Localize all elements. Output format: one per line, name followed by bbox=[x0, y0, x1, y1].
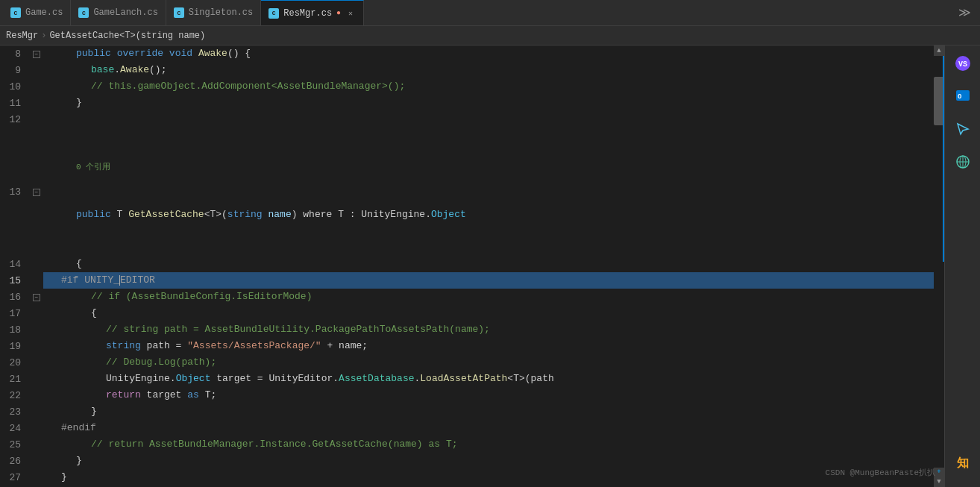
table-row: 22 return target as T; bbox=[0, 387, 934, 403]
table-row: 25 // return AssetBundleManager.Instance… bbox=[0, 436, 934, 453]
tab-resmgr[interactable]: C ResMgr.cs ● ✕ bbox=[261, 0, 364, 25]
tab-resmgr-icon: C bbox=[268, 8, 279, 19]
line-content: base.Awake(); bbox=[43, 62, 934, 78]
main-content: 8 − public override void Awake() { 9 bas… bbox=[0, 45, 980, 487]
line-content: } bbox=[43, 403, 934, 420]
line-content: } bbox=[43, 453, 934, 469]
breadcrumb-bar: ResMgr › GetAssetCache<T>(string name) bbox=[0, 26, 980, 45]
table-row: 12 bbox=[0, 111, 934, 128]
zh-label: 知 bbox=[957, 456, 969, 471]
line-number: 19 bbox=[0, 338, 30, 354]
line-number: 11 bbox=[0, 95, 30, 111]
fold-empty bbox=[30, 321, 43, 338]
table-row: 23 } bbox=[0, 403, 934, 420]
fold-empty bbox=[30, 62, 43, 78]
line-number: 10 bbox=[0, 78, 30, 95]
line-number: 25 bbox=[0, 436, 30, 453]
table-row: 26 } bbox=[0, 453, 934, 469]
scroll-plus-button[interactable]: + bbox=[934, 468, 944, 477]
line-content: { bbox=[43, 256, 934, 272]
line-number: 20 bbox=[0, 354, 30, 371]
vertical-scrollbar[interactable]: ▲ + ▼ bbox=[934, 45, 944, 487]
tab-resmgr-close[interactable]: ✕ bbox=[345, 8, 356, 19]
line-number: 14 bbox=[0, 256, 30, 272]
line-number: 27 bbox=[0, 469, 30, 486]
table-row: 17 { bbox=[0, 305, 934, 321]
table-row: 8 − public override void Awake() { bbox=[0, 45, 934, 62]
line-number: 8 bbox=[0, 45, 30, 62]
scroll-highlight bbox=[943, 56, 944, 262]
scroll-up-button[interactable]: ▲ bbox=[934, 45, 944, 56]
fold-empty bbox=[30, 469, 43, 486]
table-row: 15 #if UNITY_EDITOR bbox=[0, 272, 934, 289]
line-number: 13 bbox=[0, 128, 30, 256]
line-content: // Debug.Log(path); bbox=[43, 354, 934, 371]
fold-button[interactable]: − bbox=[30, 45, 43, 62]
fold-empty bbox=[30, 256, 43, 272]
tab-bar: C Game.cs C GameLanch.cs C Singleton.cs … bbox=[0, 0, 980, 26]
table-row: 13 − 0 个引用 public T GetAssetCache<T>(str… bbox=[0, 128, 934, 256]
line-content: } bbox=[43, 95, 934, 111]
table-row: 21 UnityEngine.Object target = UnityEdit… bbox=[0, 371, 934, 387]
line-number: 17 bbox=[0, 305, 30, 321]
svg-text:O: O bbox=[958, 93, 962, 101]
line-number: 12 bbox=[0, 111, 30, 128]
fold-empty bbox=[30, 453, 43, 469]
tab-game[interactable]: C Game.cs bbox=[3, 0, 71, 25]
scroll-down-button[interactable]: ▼ bbox=[934, 477, 944, 487]
line-content: } bbox=[43, 469, 934, 486]
table-row: 20 // Debug.Log(path); bbox=[0, 354, 934, 371]
line-number: 18 bbox=[0, 321, 30, 338]
outlook-icon[interactable]: O bbox=[949, 83, 976, 110]
tab-game-label: Game.cs bbox=[25, 7, 63, 18]
table-row: 14 { bbox=[0, 256, 934, 272]
line-content: string path = "Assets/AssetsPackage/" + … bbox=[43, 338, 934, 354]
tab-singleton-label: Singleton.cs bbox=[189, 7, 253, 18]
line-content: { bbox=[43, 305, 934, 321]
table-row: 19 string path = "Assets/AssetsPackage/"… bbox=[0, 338, 934, 354]
fold-button[interactable]: − bbox=[30, 128, 43, 256]
svg-text:VS: VS bbox=[958, 60, 967, 69]
vs-icon[interactable]: VS bbox=[949, 50, 976, 77]
tab-singleton[interactable]: C Singleton.cs bbox=[166, 0, 261, 25]
line-content: UnityEngine.Object target = UnityEditor.… bbox=[43, 371, 934, 387]
line-content: return target as T; bbox=[43, 387, 934, 403]
fold-empty bbox=[30, 111, 43, 128]
line-content: 0 个引用 public T GetAssetCache<T>(string n… bbox=[43, 128, 934, 256]
fold-empty bbox=[30, 338, 43, 354]
scrollbar-track[interactable] bbox=[934, 56, 944, 468]
breadcrumb-left[interactable]: ResMgr bbox=[6, 31, 38, 41]
code-editor[interactable]: 8 − public override void Awake() { 9 bas… bbox=[0, 45, 934, 487]
line-number: 24 bbox=[0, 420, 30, 436]
table-row: 11 } bbox=[0, 95, 934, 111]
line-number: 15 bbox=[0, 272, 30, 289]
line-content: #if UNITY_EDITOR bbox=[43, 272, 934, 289]
line-content: public override void Awake() { bbox=[43, 45, 934, 62]
pointer-icon[interactable] bbox=[949, 116, 976, 142]
line-content: // string path = AssetBundleUtility.Pack… bbox=[43, 321, 934, 338]
fold-button[interactable]: − bbox=[30, 289, 43, 305]
tab-gamelanch[interactable]: C GameLanch.cs bbox=[71, 0, 166, 25]
line-number: 26 bbox=[0, 453, 30, 469]
tab-gamelanch-label: GameLanch.cs bbox=[93, 7, 157, 18]
right-panel-bottom: 知 bbox=[949, 450, 976, 483]
table-row: 10 // this.gameObject.AddComponent<Asset… bbox=[0, 78, 934, 95]
fold-empty bbox=[30, 387, 43, 403]
line-content bbox=[43, 111, 934, 128]
tab-resmgr-label: ResMgr.cs bbox=[283, 8, 332, 19]
globe-icon[interactable] bbox=[949, 148, 976, 175]
fold-empty bbox=[30, 78, 43, 95]
fold-empty bbox=[30, 95, 43, 111]
fold-empty bbox=[30, 420, 43, 436]
table-row: 24 #endif bbox=[0, 420, 934, 436]
tab-overflow-button[interactable]: ≫ bbox=[952, 5, 977, 20]
breadcrumb-separator: › bbox=[41, 31, 46, 41]
zh-knowledge-icon[interactable]: 知 bbox=[949, 450, 976, 477]
fold-empty bbox=[30, 403, 43, 420]
tab-gamelanch-icon: C bbox=[78, 7, 89, 18]
fold-empty bbox=[30, 371, 43, 387]
code-lines: 8 − public override void Awake() { 9 bas… bbox=[0, 45, 934, 486]
table-row: 18 // string path = AssetBundleUtility.P… bbox=[0, 321, 934, 338]
table-row: 27 } bbox=[0, 469, 934, 486]
breadcrumb-method[interactable]: GetAssetCache<T>(string name) bbox=[49, 31, 205, 41]
